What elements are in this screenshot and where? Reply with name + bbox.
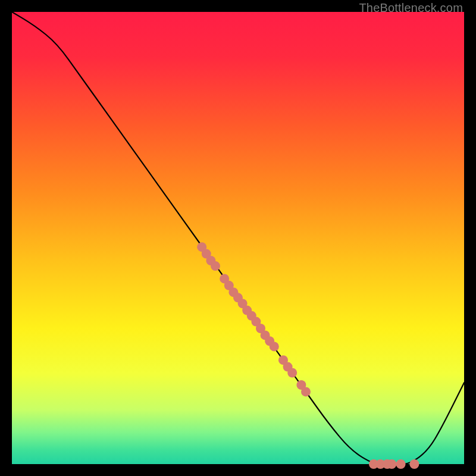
curve-layer (12, 12, 464, 464)
data-dot (270, 342, 279, 351)
data-dot (211, 261, 220, 271)
data-dot (409, 459, 419, 469)
data-dot (396, 459, 406, 469)
data-dots (197, 242, 419, 469)
data-dot (287, 368, 297, 377)
bottleneck-curve (12, 12, 464, 464)
chart-canvas: TheBottleneck.com (0, 0, 476, 476)
data-dot (301, 387, 311, 396)
plot-area (12, 12, 464, 464)
data-dot (387, 459, 396, 469)
